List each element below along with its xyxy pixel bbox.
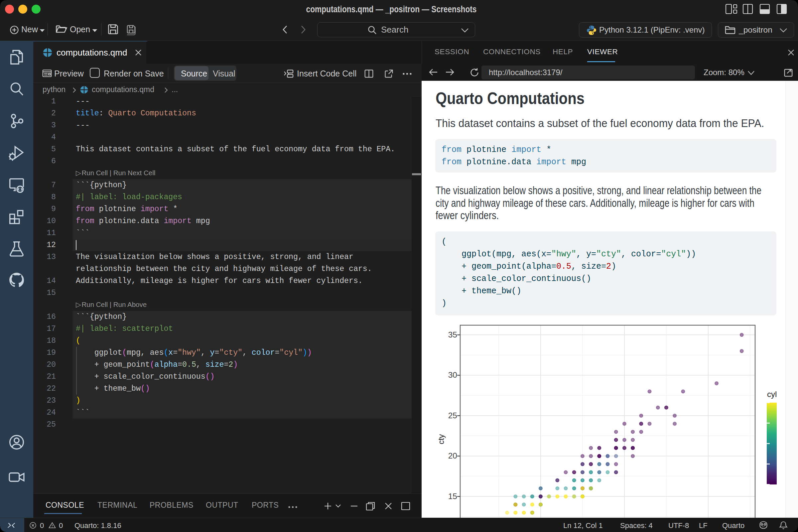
svg-text:35: 35 [448,330,457,339]
svg-text:25: 25 [448,411,457,420]
svg-text:20: 20 [448,451,457,460]
svg-text:cty: cty [437,434,445,444]
svg-text:15: 15 [448,492,457,501]
svg-text:30: 30 [448,370,457,379]
svg-text:cyl: cyl [767,390,777,399]
